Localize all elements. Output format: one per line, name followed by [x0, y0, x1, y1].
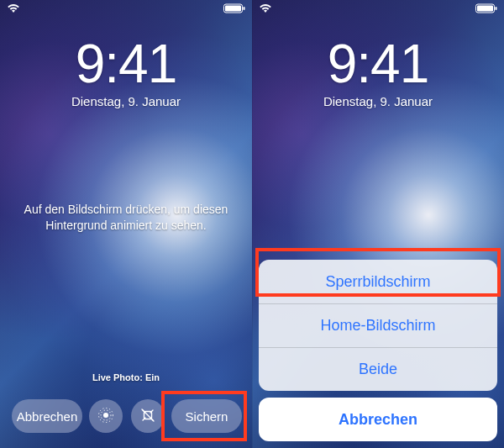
svg-rect-1	[244, 7, 245, 10]
status-bar	[0, 0, 252, 17]
wifi-icon	[259, 3, 272, 13]
set-lock-screen-option[interactable]: Sperrbildschirm	[259, 260, 497, 303]
cancel-button[interactable]: Abbrechen	[12, 399, 82, 433]
set-home-screen-option[interactable]: Home-Bildschirm	[259, 303, 497, 347]
concentric-circles-icon	[97, 407, 114, 426]
live-photo-status: Live Photo: Ein	[0, 372, 252, 382]
action-sheet: Sperrbildschirm Home-Bildschirm Beide Ab…	[259, 260, 497, 441]
wifi-icon	[7, 3, 20, 13]
lock-date: Dienstag, 9. Januar	[252, 94, 504, 108]
cancel-button[interactable]: Abbrechen	[259, 398, 497, 441]
panel-divider	[252, 0, 253, 448]
live-photo-hint: Auf den Bildschirm drücken, um diesen Hi…	[0, 202, 252, 234]
battery-icon	[223, 3, 245, 13]
phone-left: 9:41 Dienstag, 9. Januar Auf den Bildsch…	[0, 0, 252, 448]
action-sheet-options: Sperrbildschirm Home-Bildschirm Beide	[259, 260, 497, 391]
clock-block: 9:41 Dienstag, 9. Januar	[0, 37, 252, 108]
svg-rect-10	[477, 6, 493, 12]
phone-right: 9:41 Dienstag, 9. Januar Sperrbildschirm…	[252, 0, 504, 448]
clock-block: 9:41 Dienstag, 9. Januar	[252, 37, 504, 108]
svg-point-3	[103, 413, 108, 418]
svg-rect-9	[496, 7, 497, 10]
battery-icon	[475, 3, 497, 13]
save-button[interactable]: Sichern	[171, 399, 242, 433]
live-photo-toggle-button[interactable]	[89, 399, 123, 433]
status-bar	[252, 0, 504, 17]
action-sheet-cancel-group: Abbrechen	[259, 398, 497, 441]
toolbar-icons	[89, 399, 165, 433]
lock-time: 9:41	[0, 37, 252, 91]
perspective-icon	[139, 407, 156, 426]
svg-rect-2	[225, 6, 241, 12]
set-both-option[interactable]: Beide	[259, 347, 497, 391]
lock-date: Dienstag, 9. Januar	[0, 94, 252, 108]
lock-time: 9:41	[252, 37, 504, 91]
wallpaper-toolbar: Abbrechen Sichern	[0, 399, 252, 433]
perspective-zoom-button[interactable]	[131, 399, 165, 433]
